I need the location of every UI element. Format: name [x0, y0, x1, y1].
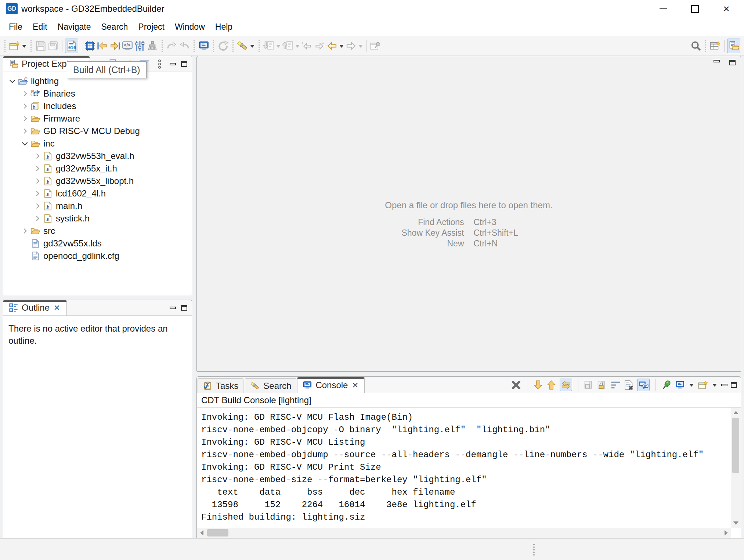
tree-item[interactable]: .h gd32vw553h_eval.h	[3, 150, 192, 162]
minimize-view-button[interactable]	[721, 384, 727, 386]
undo-button[interactable]	[166, 39, 178, 53]
maximize-view-button[interactable]	[181, 61, 187, 67]
tree-item[interactable]: openocd_gdlink.cfg	[3, 250, 192, 262]
console-area-tab[interactable]: Search	[245, 378, 296, 393]
tree-item[interactable]: .h gd32vw55x_libopt.h	[3, 175, 192, 187]
scrollbar-thumb[interactable]	[207, 529, 228, 536]
menu-item[interactable]: File	[4, 20, 28, 34]
tree-item[interactable]: inc	[3, 137, 192, 150]
tree-item[interactable]: .h systick.h	[3, 212, 192, 225]
expander-icon[interactable]	[19, 251, 30, 261]
console-area-tab[interactable]: Console	[297, 377, 365, 393]
clear-console-button[interactable]	[624, 380, 634, 390]
close-icon[interactable]	[351, 381, 360, 390]
build-button[interactable]: 010	[65, 39, 78, 53]
new-wizard-button[interactable]	[8, 39, 21, 53]
menu-item[interactable]: Navigate	[53, 20, 96, 34]
tree-item[interactable]: 1001 Binaries	[3, 87, 192, 100]
expander-icon[interactable]	[32, 188, 42, 199]
debug-sliders-button[interactable]	[134, 39, 146, 53]
forward-history-button[interactable]	[345, 39, 357, 53]
new-dropdown-caret-icon[interactable]	[22, 45, 26, 50]
menu-item[interactable]: Help	[210, 20, 238, 34]
maximize-view-button[interactable]	[729, 60, 736, 65]
tree-item[interactable]: Firmware	[3, 112, 192, 125]
expander-icon[interactable]	[19, 138, 30, 149]
open-console-caret-icon[interactable]	[712, 384, 717, 389]
window-minimize-button[interactable]	[658, 4, 668, 14]
tree-item[interactable]: .h lcd1602_4l.h	[3, 187, 192, 200]
maximize-view-button[interactable]	[181, 305, 187, 311]
fetch-up-caret-icon[interactable]	[295, 45, 300, 50]
save-all-button[interactable]	[47, 39, 59, 53]
last-edit-forward-button[interactable]: *	[313, 39, 326, 53]
search-flashlight-button[interactable]	[236, 39, 249, 53]
minimize-view-button[interactable]	[714, 60, 720, 62]
previous-annotation-button[interactable]	[546, 380, 556, 390]
vertical-scrollbar[interactable]	[731, 408, 741, 528]
display-console-caret-icon[interactable]	[689, 384, 694, 389]
forward-history-caret-icon[interactable]	[358, 45, 363, 50]
tree-item[interactable]: h Includes	[3, 100, 192, 112]
expander-icon[interactable]	[19, 101, 30, 111]
scroll-down-button[interactable]	[731, 519, 741, 528]
menu-item[interactable]: Project	[133, 20, 170, 34]
tree-item[interactable]: gd32vw55x.lds	[3, 237, 192, 250]
fetch-down-button[interactable]	[263, 39, 275, 53]
view-menu-button[interactable]	[155, 59, 165, 69]
scroll-right-button[interactable]	[722, 528, 731, 538]
pin-editor-button[interactable]	[369, 39, 382, 53]
find-actions-button[interactable]	[690, 39, 702, 53]
expander-icon[interactable]	[32, 151, 42, 161]
console-area-tab[interactable]: Tasks	[198, 378, 243, 393]
terminate-button[interactable]	[511, 380, 521, 390]
back-history-button[interactable]	[326, 39, 338, 53]
clean-button[interactable]	[146, 39, 159, 53]
scroll-up-button[interactable]	[731, 408, 741, 417]
open-perspective-button[interactable]	[709, 39, 722, 53]
current-perspective-button[interactable]	[727, 39, 740, 53]
save-console-output-button[interactable]	[584, 380, 594, 390]
expander-icon[interactable]	[7, 76, 17, 86]
fetch-down-caret-icon[interactable]	[276, 45, 281, 50]
save-button[interactable]	[35, 39, 47, 53]
build-all-button[interactable]	[84, 39, 96, 53]
window-maximize-button[interactable]	[690, 4, 700, 14]
horizontal-scrollbar[interactable]	[197, 528, 731, 538]
last-edit-back-button[interactable]: *	[301, 39, 313, 53]
wrap-lines-button[interactable]	[611, 380, 621, 390]
window-close-button[interactable]: ×	[721, 4, 732, 14]
minimize-view-button[interactable]	[170, 307, 176, 309]
scroll-lock-button[interactable]	[597, 380, 607, 390]
redo-button[interactable]	[178, 39, 191, 53]
minimize-view-button[interactable]	[170, 63, 176, 65]
expander-icon[interactable]	[32, 176, 42, 186]
tree-item[interactable]: .h main.h	[3, 200, 192, 212]
tree-item[interactable]: GD RISC-V MCU Debug	[3, 125, 192, 137]
close-icon[interactable]	[53, 303, 61, 312]
menu-item[interactable]: Window	[170, 20, 210, 34]
expander-icon[interactable]	[19, 226, 30, 236]
expander-icon[interactable]	[19, 88, 30, 99]
pin-console-button[interactable]	[637, 379, 650, 391]
expander-icon[interactable]	[32, 163, 42, 174]
tab-outline[interactable]: Outline	[3, 300, 67, 315]
search-dropdown-caret-icon[interactable]	[250, 45, 254, 50]
pin-button[interactable]	[662, 380, 672, 390]
tree-item[interactable]: src	[3, 225, 192, 237]
open-console-button[interactable]	[198, 39, 210, 53]
scrollbar-thumb[interactable]	[732, 418, 739, 473]
back-history-caret-icon[interactable]	[339, 45, 344, 50]
status-drag-handle[interactable]	[533, 544, 535, 556]
editor-area[interactable]: Open a file or drop files here to open t…	[196, 56, 741, 372]
open-console-new-button[interactable]	[698, 380, 708, 390]
next-annotation-button[interactable]	[533, 380, 543, 390]
expander-icon[interactable]	[32, 201, 42, 211]
menu-item[interactable]: Search	[96, 20, 133, 34]
tree-item[interactable]: .h gd32vw55x_it.h	[3, 162, 192, 175]
expander-icon[interactable]	[19, 238, 30, 249]
expander-icon[interactable]	[32, 213, 42, 224]
code-terminal-button[interactable]: </>	[121, 39, 134, 53]
refresh-button[interactable]	[217, 39, 230, 53]
fetch-up-button[interactable]	[282, 39, 294, 53]
